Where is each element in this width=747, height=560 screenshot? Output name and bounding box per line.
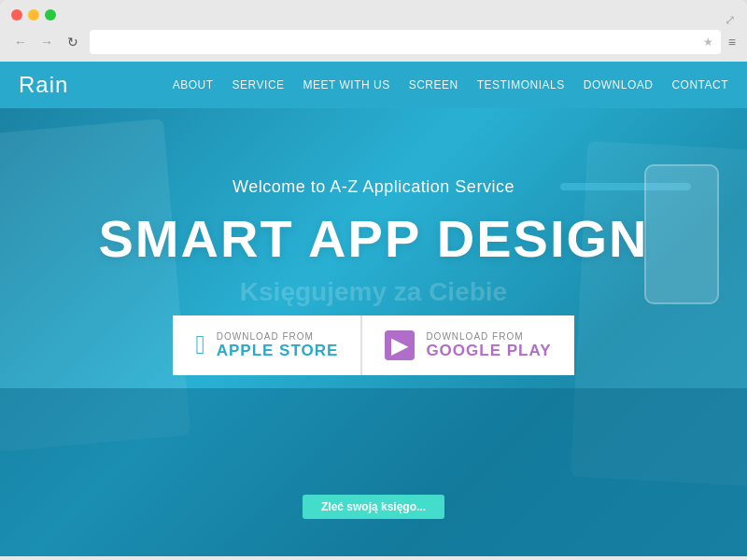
green-badge: Zleć swoją księgo...	[303, 495, 444, 519]
nav-download[interactable]: DOWNLOAD	[584, 78, 654, 91]
google-play-icon: ▶	[385, 330, 415, 360]
back-button[interactable]: ←	[11, 33, 30, 51]
google-play-button[interactable]: ▶ DOWNLOAD FROM GOOGLE PLAY	[362, 315, 573, 375]
browser-menu-button[interactable]: ≡	[728, 35, 736, 49]
close-button[interactable]	[11, 9, 22, 21]
refresh-button[interactable]: ↻	[63, 33, 82, 51]
download-buttons:  DOWNLOAD FROM APPLE STORE ▶ DOWNLOAD F…	[173, 315, 573, 375]
forward-button[interactable]: →	[37, 33, 56, 51]
hero-title: SMART APP DESIGN	[99, 208, 649, 269]
nav-contact[interactable]: CONTACT	[671, 78, 728, 91]
apple-store-button[interactable]:  DOWNLOAD FROM APPLE STORE	[173, 315, 360, 375]
nav-about[interactable]: ABOUT	[173, 78, 214, 91]
nav-testimonials[interactable]: TESTIMONIALS	[477, 78, 565, 91]
hero-lower-overlay	[0, 388, 747, 556]
bookmark-star-icon[interactable]: ★	[703, 35, 713, 49]
maximize-button[interactable]	[45, 9, 56, 21]
nav-screen[interactable]: SCREEN	[409, 78, 458, 91]
hero-content: Welcome to A-Z Application Service SMART…	[62, 177, 686, 315]
google-button-text: DOWNLOAD FROM GOOGLE PLAY	[426, 331, 551, 360]
traffic-lights	[11, 9, 56, 21]
website-content: Rain ABOUT SERVICE MEET WITH US SCREEN T…	[0, 62, 747, 556]
address-bar-row: ← → ↻ ★ ≡	[0, 26, 747, 62]
nav-meet-with-us[interactable]: MEET WITH US	[303, 78, 390, 91]
nav-links: ABOUT SERVICE MEET WITH US SCREEN TESTIM…	[173, 78, 728, 91]
resize-icon: ⤢	[725, 11, 736, 28]
address-bar[interactable]: ★	[90, 30, 721, 54]
minimize-button[interactable]	[28, 9, 39, 21]
hero-subtitle: Welcome to A-Z Application Service	[99, 177, 649, 197]
site-navigation: Rain ABOUT SERVICE MEET WITH US SCREEN T…	[0, 62, 747, 108]
apple-button-text: DOWNLOAD FROM APPLE STORE	[217, 331, 339, 360]
site-logo[interactable]: Rain	[19, 72, 68, 98]
hero-section: Księgujemy za Ciebie bezproblemowo Zleć …	[0, 108, 747, 556]
nav-service[interactable]: SERVICE	[233, 78, 285, 91]
title-bar: ⤢	[0, 0, 747, 26]
apple-icon: 	[195, 332, 204, 358]
